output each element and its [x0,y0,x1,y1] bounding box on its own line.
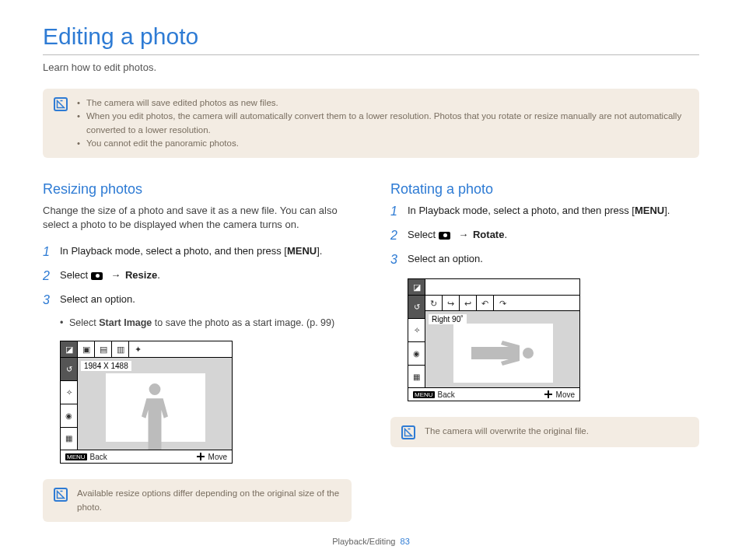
screenshot-footer: MENUBack Move [61,450,232,463]
screenshot-canvas: ↻ ↪ ↩ ↶ ↷ Right 90˚ [425,296,579,387]
back-label: Back [90,453,107,461]
resizing-sub-bullet: Select Start Image to save the photo as … [60,317,352,331]
move-label: Move [208,453,227,461]
arrow-icon: → [108,269,124,281]
menu-button-icon: MENU [65,453,87,460]
top-note-item: When you edit photos, the camera will au… [77,110,688,137]
rotate-screenshot: ◪ ↺ ✧ ◉ ▦ ↻ ↪ ↩ ↶ [408,278,580,401]
step-text: ]. [664,205,670,216]
rotate-note-text: The camera will overwrite the original f… [425,425,589,438]
tool-icon: ▣ [78,341,95,357]
resizing-step-1: 1 In Playback mode, select a photo, and … [43,244,352,261]
dpad-icon [544,390,553,399]
back-label: Back [438,390,455,399]
side-icon: ✧ [408,319,425,342]
step-number: 3 [43,292,54,309]
resizing-step-2: 2 Select → Resize. [43,268,352,285]
move-label: Move [556,390,575,399]
menu-button-icon: MENU [413,391,435,398]
step-text: Select an option. [60,292,135,309]
info-icon [54,97,68,111]
side-icon: ▦ [408,366,425,388]
page-intro: Learn how to edit photos. [43,61,699,73]
info-icon [54,488,68,502]
page-number: 83 [401,537,410,546]
person-silhouette-icon [138,383,173,450]
side-icon: ↺ [408,296,425,319]
screenshot-toolbar: ◪ [408,279,579,296]
tool-icon: ▤ [95,341,112,357]
top-note-callout: The camera will save edited photos as ne… [43,89,699,158]
tool-icon: ◪ [61,341,78,357]
menu-label: MENU [287,245,317,257]
screenshot-canvas: 1984 X 1488 [78,358,232,450]
camera-icon [439,230,454,240]
side-icon: ◉ [61,404,77,428]
rotate-tool-icon: ↻ [425,296,443,311]
step-text: In Playback mode, select a photo, and th… [408,205,635,216]
rotate-note-callout: The camera will overwrite the original f… [390,417,699,447]
screenshot-sidebar: ↺ ✧ ◉ ▦ [61,358,78,450]
tool-icon: ✦ [129,341,146,357]
page-title: Editing a photo [43,23,699,50]
chapter-label: Playback/Editing [332,537,395,546]
rotate-tool-icon: ↶ [477,296,494,311]
step-text: In Playback mode, select a photo, and th… [60,245,287,257]
top-note-list: The camera will save edited photos as ne… [77,96,688,150]
step-number: 1 [43,244,54,261]
step-text: . [157,269,160,281]
person-silhouette-icon [471,335,534,370]
rotating-column: Rotating a photo 1 In Playback mode, sel… [390,181,699,545]
rotate-tool-icon: ↩ [460,296,477,311]
sub-bullet-item: Select Start Image to save the photo as … [60,317,352,331]
step-text: Select [408,229,439,240]
step-text: ]. [317,245,322,257]
rotate-label: Rotate [473,229,504,240]
page-footer: Playback/Editing 83 [0,537,742,546]
title-rule [43,54,699,55]
rotating-step-1: 1 In Playback mode, select a photo, and … [390,204,699,220]
step-number: 3 [390,252,401,268]
screenshot-footer: MENUBack Move [408,387,579,401]
step-number: 1 [390,204,401,220]
screenshot-toolbar: ◪ ▣ ▤ ▥ ✦ [61,341,232,358]
step-text: . [504,229,507,240]
resizing-heading: Resizing photos [43,181,352,198]
resize-screenshot: ◪ ▣ ▤ ▥ ✦ ↺ ✧ ◉ ▦ 1984 X 1488 [60,341,233,464]
screenshot-sidebar: ↺ ✧ ◉ ▦ [408,296,425,387]
resizing-intro: Change the size of a photo and save it a… [43,204,352,232]
side-icon: ▦ [61,428,77,450]
step-number: 2 [390,228,401,244]
resizing-step-3: 3 Select an option. [43,292,352,309]
dpad-icon [196,452,205,461]
resolution-tooltip: 1984 X 1488 [81,361,131,371]
side-icon: ✧ [61,381,77,404]
rotating-step-3: 3 Select an option. [390,252,699,268]
rotate-tool-icon: ↪ [443,296,460,311]
rotating-step-2: 2 Select → Rotate. [390,228,699,244]
resize-note-callout: Available resize options differ dependin… [43,479,352,522]
camera-icon [91,271,107,281]
top-note-item: You cannot edit the panoramic photos. [77,137,688,150]
tool-icon: ▥ [112,341,129,357]
tool-icon: ◪ [408,279,425,295]
resizing-column: Resizing photos Change the size of a pho… [43,181,352,545]
arrow-icon: → [456,229,471,240]
resize-note-text: Available resize options differ dependin… [77,487,341,514]
rotate-tool-icon: ↷ [494,296,511,311]
side-icon: ◉ [408,342,425,366]
tool-icon [425,279,443,295]
top-note-item: The camera will save edited photos as ne… [77,96,688,110]
step-number: 2 [43,268,54,285]
rotating-heading: Rotating a photo [390,181,699,198]
resize-label: Resize [125,269,157,281]
step-text: Select [60,269,91,281]
info-icon [401,425,415,439]
menu-label: MENU [635,205,664,216]
side-icon: ↺ [61,358,77,381]
step-text: Select an option. [408,252,483,268]
